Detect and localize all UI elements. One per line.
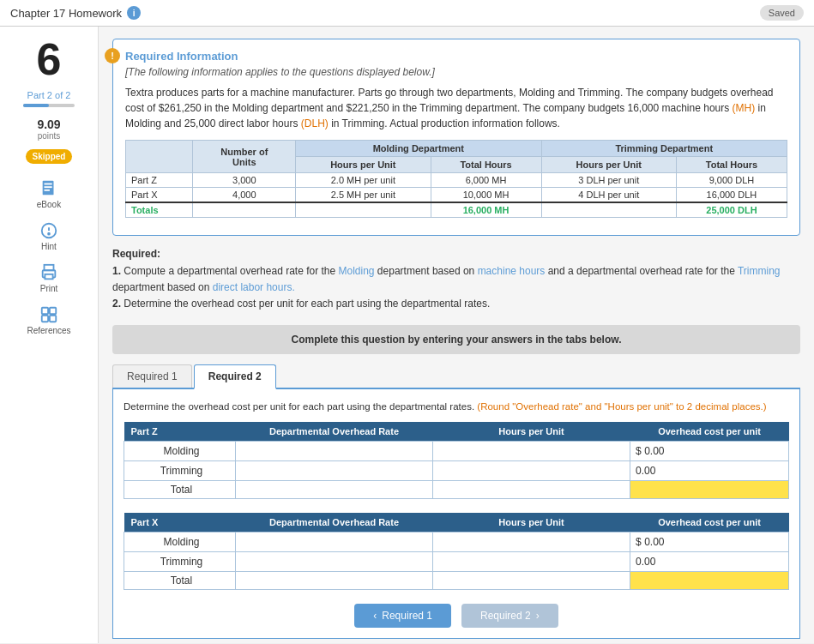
part-x-col-rate: Departmental Overhead Rate [236, 513, 433, 533]
sidebar-btn-references[interactable]: References [27, 305, 70, 335]
req-item-1: 1. Compute a departmental overhead rate … [112, 265, 781, 293]
sidebar-btn-ebook[interactable]: eBook [37, 179, 61, 209]
points-label: points [38, 131, 61, 141]
part-z-molding-cost-cell: $ 0.00 [630, 441, 789, 460]
part-x-trimming-hours-cell[interactable] [433, 551, 630, 571]
part-x-total-hours-cell [433, 571, 630, 589]
part-z-molding-dollar: $ [636, 445, 642, 457]
next-label: Required 2 [480, 610, 531, 622]
question-number: 6 [37, 37, 62, 81]
part-z-trimming-rate-input[interactable] [241, 464, 427, 478]
part-z-total-cost-cell [630, 480, 789, 498]
part-z-total-row: Total [124, 480, 789, 498]
part-x-trimming-hours-input[interactable] [438, 555, 624, 569]
part-x-molding-hours-cell[interactable] [433, 532, 630, 551]
hint-label: Hint [41, 242, 57, 251]
part-x-trimming-cost-val: 0.00 [636, 556, 655, 568]
part-z-trimming-hours-input[interactable] [438, 464, 624, 478]
part-z-trimming-hours-cell[interactable] [433, 460, 630, 480]
part-x-table: Part X Departmental Overhead Rate Hours … [124, 513, 789, 590]
part-z-molding-hours-input[interactable] [438, 444, 624, 458]
part-x-total-label: Total [124, 571, 236, 589]
part-z-total-hours-cell [433, 480, 630, 498]
part-z-total-rate-cell [236, 480, 433, 498]
part-x-trimming-rate-input[interactable] [241, 555, 427, 569]
title-text: Chapter 17 Homework [10, 7, 122, 20]
required-text: 1. Compute a departmental overhead rate … [112, 263, 800, 313]
svg-rect-12 [42, 316, 48, 322]
required-info-box: ! Required Information [The following in… [112, 39, 800, 236]
part-z-trimming-label: Trimming [124, 460, 236, 480]
sidebar-btn-hint[interactable]: Hint [39, 221, 58, 251]
prev-button[interactable]: ‹ Required 1 [354, 604, 451, 628]
skipped-badge: Skipped [26, 149, 73, 164]
part-progress-fill [23, 104, 49, 107]
page-title: Chapter 17 Homework i [10, 6, 141, 20]
part-z-table: Part Z Departmental Overhead Rate Hours … [124, 422, 789, 499]
prev-label: Required 1 [382, 610, 432, 622]
required-section: Required: 1. Compute a departmental over… [112, 248, 800, 313]
part-z-molding-row: Molding $ 0.00 [124, 441, 789, 460]
saved-badge: Saved [760, 5, 804, 21]
part-z-header: Part Z [124, 422, 236, 442]
tab-required2[interactable]: Required 2 [194, 364, 276, 389]
part-x-total-cost-cell [630, 571, 789, 589]
req-info-text: Textra produces parts for a machine manu… [125, 85, 787, 131]
part-z-molding-rate-cell[interactable] [236, 441, 433, 460]
part-z-trimming-rate-cell[interactable] [236, 460, 433, 480]
svg-rect-7 [45, 265, 54, 270]
part-z-trimming-row: Trimming 0.00 [124, 460, 789, 480]
part-x-col-hours: Hours per Unit [433, 513, 630, 533]
svg-rect-1 [44, 184, 51, 185]
part-x-molding-cost-val: 0.00 [644, 536, 664, 548]
part-x-molding-rate-input[interactable] [241, 535, 427, 549]
part-z-molding-rate-input[interactable] [241, 444, 427, 458]
part-progress-bar [23, 104, 75, 107]
part-z-molding-label: Molding [124, 441, 236, 460]
part-x-molding-dollar: $ [636, 536, 642, 548]
svg-rect-11 [50, 308, 56, 314]
tab-instruction: Determine the overhead cost per unit for… [124, 400, 789, 413]
part-x-trimming-row: Trimming 0.00 [124, 551, 789, 571]
part-label: Part 2 of 2 [27, 90, 71, 100]
points-value: 9.09 [37, 117, 60, 131]
col-rate-header: Departmental Overhead Rate [236, 422, 433, 442]
svg-point-6 [48, 233, 50, 235]
production-table: Number ofUnits Molding Department Trimmi… [125, 140, 787, 218]
references-label: References [27, 326, 70, 335]
svg-rect-9 [45, 274, 52, 280]
part-x-molding-row: Molding $ 0.00 [124, 532, 789, 551]
top-bar: Chapter 17 Homework i Saved [0, 0, 814, 27]
sidebar-btn-print[interactable]: Print [39, 263, 58, 293]
main-layout: 6 Part 2 of 2 9.09 points Skipped eBook … [0, 27, 814, 643]
col-hours-header: Hours per Unit [433, 422, 630, 442]
part-x-trimming-label: Trimming [124, 551, 236, 571]
req-info-title: Required Information [125, 50, 787, 63]
col-cost-header: Overhead cost per unit [630, 422, 789, 442]
part-z-trimming-cost-cell: 0.00 [630, 460, 789, 480]
info-icon[interactable]: i [127, 6, 141, 20]
part-x-molding-label: Molding [124, 532, 236, 551]
left-panel: 6 Part 2 of 2 9.09 points Skipped eBook … [0, 27, 99, 643]
part-x-molding-cost-cell: $ 0.00 [630, 532, 789, 551]
prev-chevron-icon: ‹ [373, 610, 377, 622]
required-label: Required: [112, 248, 800, 260]
ebook-label: eBook [37, 200, 61, 209]
next-button: Required 2 › [461, 604, 558, 628]
tab-required1[interactable]: Required 1 [112, 364, 192, 388]
req-info-italic: [The following information applies to th… [125, 66, 787, 78]
part-x-total-rate-cell [236, 571, 433, 589]
part-z-trimming-cost-val: 0.00 [636, 465, 655, 477]
svg-rect-2 [44, 186, 51, 188]
content-area: ! Required Information [The following in… [99, 27, 814, 643]
part-z-total-label: Total [124, 480, 236, 498]
part-x-molding-hours-input[interactable] [438, 535, 624, 549]
part-x-trimming-rate-cell[interactable] [236, 551, 433, 571]
part-z-molding-hours-cell[interactable] [433, 441, 630, 460]
svg-rect-13 [50, 316, 56, 322]
svg-rect-10 [42, 308, 48, 314]
part-x-molding-rate-cell[interactable] [236, 532, 433, 551]
exclamation-icon: ! [105, 48, 120, 63]
nav-buttons: ‹ Required 1 Required 2 › [124, 604, 789, 628]
print-label: Print [40, 284, 58, 293]
